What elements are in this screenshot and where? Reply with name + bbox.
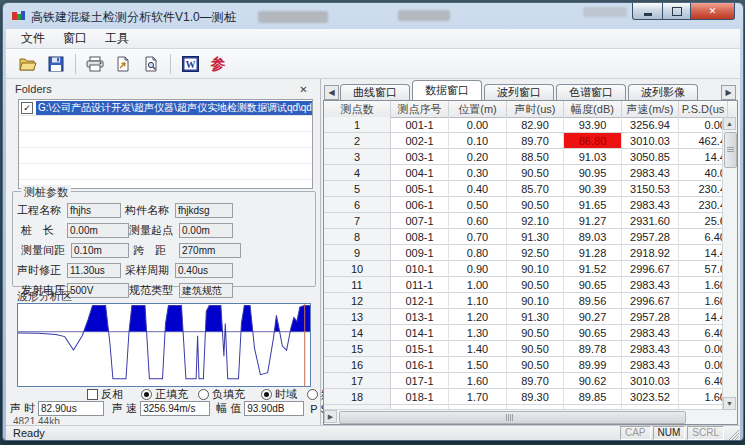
table-row[interactable]: 11011-11.0090.5090.652983.431.60 [324, 277, 723, 293]
table-cell[interactable]: 1.60 [679, 293, 723, 308]
table-row[interactable]: 16016-11.5090.5089.992983.430.00 [324, 357, 723, 373]
table-cell[interactable]: 90.65 [564, 277, 622, 292]
table-cell[interactable]: 1.60 [679, 277, 723, 292]
vertical-scrollbar[interactable]: ▲ ▼ [722, 117, 737, 410]
table-cell[interactable]: 462.4 [679, 133, 723, 148]
minimize-button[interactable] [632, 3, 663, 20]
table-cell[interactable]: 2957.28 [622, 229, 679, 244]
table-cell[interactable]: 91.03 [564, 149, 622, 164]
table-cell[interactable]: 3010.03 [622, 373, 679, 388]
table-cell[interactable]: 91.65 [564, 197, 622, 212]
folder-list-item[interactable]: ✓G:\公司产品设计开发\超声仪器\超声仪实地检测数据调试qd\qd03\qd0… [19, 100, 312, 116]
table-cell[interactable]: 90.10 [507, 261, 564, 276]
table-row[interactable]: 15015-11.4090.5089.782983.430.00 [324, 341, 723, 357]
table-cell[interactable]: 0.20 [449, 149, 507, 164]
folder-list[interactable]: ✓G:\公司产品设计开发\超声仪器\超声仪实地检测数据调试qd\qd03\qd0… [18, 99, 313, 189]
table-cell[interactable]: 006-1 [391, 197, 449, 212]
save-button[interactable] [42, 51, 70, 77]
table-cell[interactable]: 85.70 [507, 181, 564, 196]
radio-icon[interactable] [141, 389, 152, 400]
table-cell[interactable]: 0.30 [449, 165, 507, 180]
table-cell[interactable]: 009-1 [391, 245, 449, 260]
table-header-cell[interactable]: 声时(us) [507, 101, 564, 117]
table-row[interactable]: 18018-11.7089.3089.853023.521.60 [324, 389, 723, 405]
panel-close-icon[interactable]: ✕ [297, 83, 310, 96]
table-cell[interactable]: 3256.94 [622, 117, 679, 132]
table-row[interactable]: 3003-10.2088.5091.033050.8514.4 [324, 149, 723, 165]
table-cell[interactable]: 90.50 [507, 325, 564, 340]
table-cell[interactable]: 0.10 [449, 133, 507, 148]
menu-item[interactable]: 工具 [96, 28, 138, 49]
table-cell[interactable]: 0.70 [449, 229, 507, 244]
table-cell[interactable]: 2918.92 [622, 245, 679, 260]
table-row[interactable]: 14014-11.3090.5090.652983.436.40 [324, 325, 723, 341]
table-cell[interactable]: 5 [324, 181, 391, 196]
table-cell[interactable]: 0.40 [449, 181, 507, 196]
table-row[interactable]: 10010-10.9090.1091.522996.6757.6 [324, 261, 723, 277]
table-cell[interactable]: 1.20 [449, 309, 507, 324]
invert-phase-checkbox[interactable]: 反相 [87, 387, 123, 402]
table-row[interactable]: 8008-10.7091.3089.032957.286.40 [324, 229, 723, 245]
scroll-down-icon[interactable]: ▼ [723, 397, 736, 410]
table-cell[interactable]: 9 [324, 245, 391, 260]
table-cell[interactable]: 90.95 [564, 165, 622, 180]
table-cell[interactable]: 3010.03 [622, 133, 679, 148]
table-cell[interactable]: 3050.85 [622, 149, 679, 164]
table-row[interactable]: 12012-11.1090.1089.562996.671.60 [324, 293, 723, 309]
table-cell[interactable]: 90.65 [564, 325, 622, 340]
table-cell[interactable]: 89.99 [564, 357, 622, 372]
table-cell[interactable]: 230.4 [679, 197, 723, 212]
table-cell[interactable]: 2983.43 [622, 197, 679, 212]
table-cell[interactable]: 6.40 [679, 229, 723, 244]
table-header-cell[interactable]: 幅度(dB) [564, 101, 622, 117]
table-cell[interactable]: 0.80 [449, 245, 507, 260]
table-cell[interactable]: 0.50 [449, 197, 507, 212]
table-cell[interactable]: 89.30 [507, 389, 564, 404]
table-cell[interactable]: 16 [324, 357, 391, 372]
table-cell[interactable]: 4 [324, 165, 391, 180]
table-cell[interactable]: 2931.60 [622, 213, 679, 228]
table-row[interactable]: 17017-11.6089.7090.623010.036.40 [324, 373, 723, 389]
resize-grip[interactable] [726, 427, 739, 440]
table-cell[interactable]: 0.60 [449, 213, 507, 228]
table-cell[interactable]: 1.10 [449, 293, 507, 308]
table-row[interactable]: 5005-10.4085.7090.393150.53230.4 [324, 181, 723, 197]
open-file-button[interactable] [14, 51, 42, 77]
table-cell[interactable]: 91.30 [507, 309, 564, 324]
table-cell[interactable]: 17 [324, 373, 391, 388]
table-cell[interactable]: 011-1 [391, 277, 449, 292]
tab-色谱窗口[interactable]: 色谱窗口 [556, 84, 626, 100]
table-cell[interactable]: 005-1 [391, 181, 449, 196]
table-header-cell[interactable]: 测点数 [324, 101, 391, 117]
table-cell[interactable]: 002-1 [391, 133, 449, 148]
print-button[interactable] [81, 51, 109, 77]
scroll-right-icon[interactable]: ▶ [324, 410, 337, 423]
table-cell[interactable]: 0.00 [449, 117, 507, 132]
table-cell[interactable]: 015-1 [391, 341, 449, 356]
table-cell[interactable]: 90.50 [507, 341, 564, 356]
table-cell[interactable]: 10 [324, 261, 391, 276]
waveform-plot[interactable] [17, 303, 311, 387]
table-cell[interactable]: 2983.43 [622, 357, 679, 372]
table-cell[interactable]: 230.4 [679, 181, 723, 196]
vertical-scroll-thumb[interactable] [724, 132, 737, 168]
table-cell[interactable]: 6.40 [679, 325, 723, 340]
table-cell[interactable]: 88.50 [507, 149, 564, 164]
table-cell[interactable]: 89.78 [564, 341, 622, 356]
radio-icon[interactable] [261, 389, 272, 400]
print-preview-button[interactable] [137, 51, 165, 77]
table-cell[interactable]: 1.60 [679, 389, 723, 404]
table-cell[interactable]: 0.00 [679, 117, 723, 132]
table-cell[interactable]: 0.90 [449, 261, 507, 276]
table-row[interactable]: 6006-10.5090.5091.652983.43230.4 [324, 197, 723, 213]
table-cell[interactable]: 2996.67 [622, 261, 679, 276]
table-cell[interactable]: 12 [324, 293, 391, 308]
table-cell[interactable]: 1.40 [449, 341, 507, 356]
table-row[interactable]: 2002-10.1089.7086.803010.03462.4 [324, 133, 723, 149]
table-cell[interactable]: 7 [324, 213, 391, 228]
tab-数据窗口[interactable]: 数据窗口 [412, 80, 482, 100]
export-button[interactable] [109, 51, 137, 77]
table-cell[interactable]: 1.70 [449, 389, 507, 404]
scroll-up-icon[interactable]: ▲ [723, 117, 736, 130]
table-cell[interactable]: 14.4 [679, 309, 723, 324]
